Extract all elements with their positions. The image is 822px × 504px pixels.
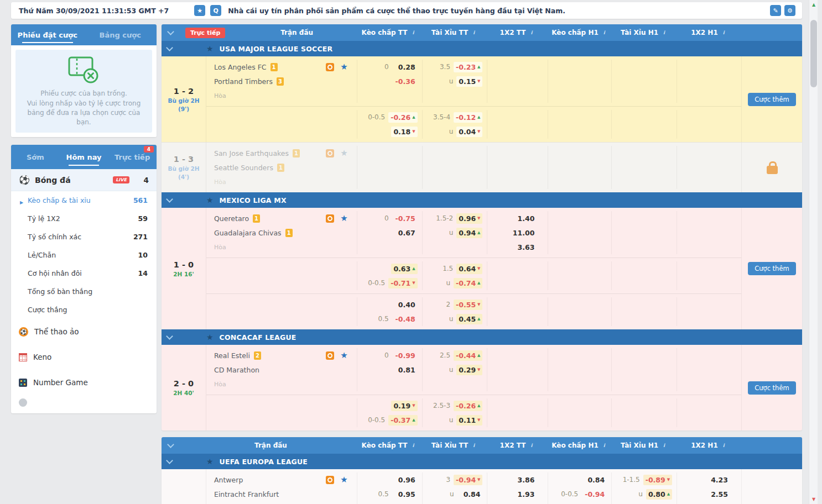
info-icon[interactable] <box>528 443 534 449</box>
inplay-icon[interactable] <box>326 149 334 158</box>
inplay-icon[interactable] <box>326 214 334 223</box>
sidebar-item-football[interactable]: ⚽ Bóng đá LIVE 4 <box>11 169 157 191</box>
odds-cell[interactable]: 0.81 <box>357 363 422 377</box>
odds-cell[interactable]: u0.45▲ <box>423 312 487 326</box>
info-icon[interactable] <box>528 30 534 36</box>
info-icon[interactable] <box>721 443 727 449</box>
odds-cell[interactable]: 0-0.99 <box>357 348 422 363</box>
odds-cell[interactable]: 3.86 <box>487 501 548 504</box>
odds-cell[interactable]: 0.40 <box>357 297 422 312</box>
chevron-down-icon[interactable] <box>166 457 173 464</box>
odds-cell[interactable]: 0-0.5-0.26▲ <box>357 110 422 124</box>
sidebar-item-total-goals[interactable]: Tổng số bàn thắng <box>11 282 157 301</box>
odds-cell[interactable]: 2.5-3-0.26▲ <box>423 398 487 413</box>
odds-cell[interactable]: 0.50.95 <box>357 487 422 501</box>
more-bets-button[interactable]: Cược thêm <box>748 262 795 275</box>
odds-cell[interactable]: 2.44 <box>677 501 741 504</box>
live-filter-badge[interactable]: Trực tiếp <box>185 28 225 38</box>
odds-cell[interactable]: u0.80▲ <box>612 487 677 501</box>
info-icon[interactable] <box>471 443 477 449</box>
odds-cell[interactable]: 0.19▼ <box>357 398 422 413</box>
more-bets-button[interactable]: Cược thêm <box>748 93 795 106</box>
odds-cell[interactable]: 1.93 <box>487 487 548 501</box>
chevron-down-icon[interactable] <box>166 196 173 203</box>
odds-cell[interactable]: 1.5-20.96▼ <box>423 211 487 225</box>
odds-cell[interactable]: u-0.74▲ <box>423 276 487 290</box>
odds-cell[interactable]: u0.15▼ <box>423 74 487 88</box>
odds-cell[interactable]: 0-0.5-0.94 <box>548 487 611 501</box>
odds-cell[interactable]: 3.86 <box>487 473 548 487</box>
tab-today[interactable]: Hôm nay <box>60 145 108 169</box>
odds-cell[interactable]: 3.5-4-0.12▲ <box>423 110 487 124</box>
favorite-star-icon[interactable]: ★ <box>340 351 347 360</box>
chevron-down-icon[interactable] <box>166 44 173 51</box>
odds-cell[interactable]: 1.40 <box>487 211 548 225</box>
chevron-down-icon[interactable] <box>167 441 174 448</box>
scroll-up-icon[interactable]: ▲ <box>809 2 818 7</box>
odds-cell[interactable]: 11.00 <box>487 225 548 240</box>
sidebar-item-1x2[interactable]: Tỷ lệ 1X2 59 <box>11 209 157 228</box>
odds-cell[interactable]: 0-0.5-0.71▼ <box>357 276 422 290</box>
favorite-star-icon[interactable]: ★ <box>340 63 347 71</box>
vertical-scrollbar[interactable]: ▲ ▼ <box>809 0 818 504</box>
inplay-icon[interactable] <box>326 63 334 71</box>
odds-cell[interactable]: 0-0.5-0.37▲ <box>357 413 422 427</box>
league-star-icon[interactable]: ★ <box>206 333 214 342</box>
favorite-star-icon[interactable]: ★ <box>194 5 205 16</box>
tab-early[interactable]: Sớm <box>11 145 60 169</box>
scrollbar-thumb[interactable] <box>810 20 817 87</box>
odds-cell[interactable]: 00.28 <box>357 60 422 74</box>
inplay-icon[interactable] <box>326 351 334 360</box>
odds-cell[interactable]: 0.96 <box>357 473 422 487</box>
odds-cell[interactable]: 2.55 <box>677 487 741 501</box>
odds-cell[interactable]: u0.04▼ <box>423 124 487 139</box>
favorite-star-icon[interactable]: ★ <box>340 476 347 484</box>
league-header-uefa-europa[interactable]: ★ UEFA EUROPA LEAGUE <box>162 454 802 469</box>
favorite-star-icon[interactable]: ★ <box>340 214 347 223</box>
edit-note-icon[interactable]: ✎ <box>770 5 781 16</box>
sidebar-item-keno[interactable]: Keno <box>11 344 157 370</box>
tab-bet-board[interactable]: Bảng cược <box>84 24 157 45</box>
odds-cell[interactable]: 1-1.5-0.89▼ <box>612 473 677 487</box>
chevron-down-icon[interactable] <box>167 28 174 35</box>
info-icon[interactable] <box>410 30 416 36</box>
odds-cell[interactable]: 3.5-0.23▲ <box>423 60 487 74</box>
odds-cell[interactable]: u0.11▼ <box>423 413 487 427</box>
league-header-liga-mx[interactable]: ★ MEXICO LIGA MX <box>162 192 802 208</box>
odds-cell[interactable]: u0.84 <box>423 487 487 501</box>
odds-cell[interactable]: 0.67 <box>357 225 422 240</box>
sidebar-item-outright[interactable]: Cược thắng <box>11 301 157 319</box>
info-icon[interactable] <box>601 443 607 449</box>
info-icon[interactable] <box>661 443 667 449</box>
sidebar-item-handicap-ou[interactable]: Kèo chấp & tài xỉu 561 <box>11 191 157 209</box>
sidebar-item-virtual-sports[interactable]: ⚽ Thể thao ảo <box>11 319 157 344</box>
odds-cell[interactable]: u0.94▲ <box>423 225 487 240</box>
odds-cell[interactable]: 0-0.75 <box>357 211 422 225</box>
odds-cell[interactable]: u0.29▼ <box>423 363 487 377</box>
league-star-icon[interactable]: ★ <box>206 457 214 466</box>
league-header-usa-mls[interactable]: ★ USA MAJOR LEAGUE SOCCER <box>162 41 802 56</box>
sidebar-item-double-chance[interactable]: Cơ hội nhân đôi 14 <box>11 264 157 282</box>
odds-cell[interactable]: 0.63▲ <box>357 261 422 276</box>
info-icon[interactable] <box>601 30 607 36</box>
odds-cell[interactable]: 0.5-0.48 <box>357 312 422 326</box>
inplay-icon[interactable] <box>326 476 334 484</box>
chevron-down-icon[interactable] <box>166 333 173 340</box>
favorite-star-icon[interactable]: ★ <box>340 149 347 158</box>
search-icon[interactable]: Q <box>210 5 221 16</box>
tab-bet-slip[interactable]: Phiếu đặt cược <box>11 24 84 45</box>
info-icon[interactable] <box>721 30 727 36</box>
odds-cell[interactable]: 1.50.64▼ <box>423 261 487 276</box>
odds-cell[interactable]: 3-0.94▼ <box>423 473 487 487</box>
odds-cell[interactable]: -0.36 <box>357 74 422 88</box>
odds-cell[interactable]: 3.63 <box>487 240 548 254</box>
odds-cell[interactable]: 2.5-0.44▲ <box>423 348 487 363</box>
league-header-concacaf[interactable]: ★ CONCACAF LEAGUE <box>162 329 802 345</box>
league-star-icon[interactable]: ★ <box>206 44 214 53</box>
info-icon[interactable] <box>471 30 477 36</box>
odds-cell[interactable]: 4.23 <box>677 473 741 487</box>
info-icon[interactable] <box>410 443 416 449</box>
odds-cell[interactable]: 0.84 <box>548 473 611 487</box>
odds-cell[interactable]: 2-0.55▼ <box>423 297 487 312</box>
odds-cell[interactable]: 0.18▼ <box>357 124 422 139</box>
